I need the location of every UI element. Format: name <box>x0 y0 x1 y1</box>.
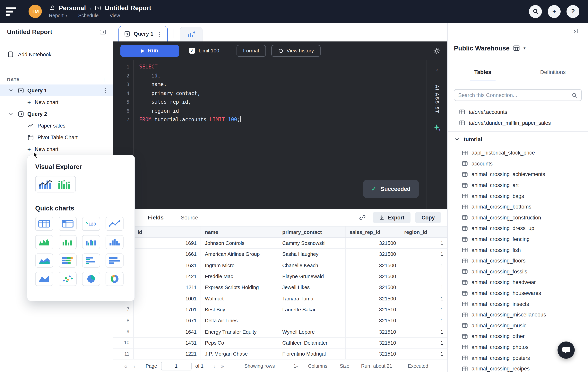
quick-chart-grouped-bar-icon[interactable] <box>82 254 100 267</box>
view-history-button[interactable]: View history <box>271 45 321 56</box>
sparkle-icon[interactable] <box>433 124 441 132</box>
sql-line[interactable]: SELECT <box>139 63 427 71</box>
gear-icon[interactable] <box>433 47 440 54</box>
quick-chart-table-icon[interactable] <box>35 217 53 231</box>
add-data-button[interactable]: + <box>102 76 106 83</box>
page-number-input[interactable] <box>161 362 191 371</box>
size-label[interactable]: Size <box>340 363 349 369</box>
avatar[interactable]: TM <box>29 5 42 18</box>
table-row[interactable]: 41421Freddie MacElayne Grunewald3215001 <box>113 271 447 282</box>
sql-line[interactable]: primary_contact, <box>139 89 427 98</box>
quick-chart-pie-icon[interactable] <box>82 272 100 286</box>
tab-fields[interactable]: Fields <box>148 214 164 221</box>
table-list-item-animal_crossing_miscellaneous[interactable]: animal_crossing_miscellaneous <box>448 309 588 320</box>
quick-chart-histogram-icon[interactable] <box>105 235 124 249</box>
search-button[interactable] <box>529 5 542 18</box>
ai-assist-label[interactable]: AI ASSIST <box>435 85 440 114</box>
table-list-item-animal_crossing_insects[interactable]: animal_crossing_insects <box>448 299 588 309</box>
sql-line[interactable]: region_id <box>139 106 427 115</box>
quick-chart-bar-icon[interactable] <box>105 254 124 267</box>
table-row[interactable]: 61001WalmartTamara Tuma3215001 <box>113 293 447 304</box>
format-button[interactable]: Format <box>237 45 266 56</box>
schema-group-tutorial[interactable]: tutorial <box>448 133 588 145</box>
tree-item-paper-sales[interactable]: Paper sales <box>0 120 113 131</box>
sql-line[interactable]: sales_rep_id, <box>139 98 427 106</box>
tree-item-query1[interactable]: Query 1 ⋮ <box>0 85 113 96</box>
tab-tables[interactable]: Tables <box>448 63 518 81</box>
sql-line[interactable]: FROM tutorial.accounts LIMIT 100; <box>139 115 427 124</box>
chevron-down-icon[interactable] <box>454 136 460 142</box>
sql-editor[interactable]: 1234567 SELECT id, name, primary_contact… <box>113 60 447 209</box>
table-list-item-animal_crossing_fish[interactable]: animal_crossing_fish <box>448 245 588 255</box>
create-new-button[interactable]: + <box>548 5 561 18</box>
table-list-item-animal_crossing_headwear[interactable]: animal_crossing_headwear <box>448 277 588 288</box>
quick-chart-area-icon[interactable] <box>35 272 53 286</box>
table-list-item-animal_crossing_recipes[interactable]: animal_crossing_recipes <box>448 363 588 372</box>
new-chart-button-query1[interactable]: + New chart <box>0 96 113 108</box>
sql-line[interactable]: name, <box>139 80 427 89</box>
table-list-item-animal_crossing_housewares[interactable]: animal_crossing_housewares <box>448 288 588 298</box>
help-button[interactable]: ? <box>567 5 579 18</box>
column-header-name[interactable]: name <box>201 226 278 237</box>
add-notebook-button[interactable]: Add Notebook <box>0 49 113 60</box>
collapse-panel-icon[interactable] <box>100 29 106 35</box>
quick-chart-sparkline-area-icon[interactable] <box>35 235 53 249</box>
chat-fab[interactable] <box>557 341 575 359</box>
quick-chart-line-icon[interactable] <box>105 217 124 231</box>
quick-chart-donut-icon[interactable] <box>105 272 124 286</box>
menu-report[interactable]: Report▾ <box>49 13 67 18</box>
table-list-item-animal_crossing_construction[interactable]: animal_crossing_construction <box>448 212 588 223</box>
table-row[interactable]: 21661American Airlines GroupSasha Haughe… <box>113 249 447 260</box>
table-list-item-animal_crossing_fossils[interactable]: animal_crossing_fossils <box>448 266 588 277</box>
copy-link-button[interactable] <box>357 212 368 223</box>
table-row[interactable]: 51211Express Scripts HoldingJewell Likes… <box>113 282 447 293</box>
tree-item-pivot-table-chart[interactable]: Pivot Table Chart <box>0 131 113 143</box>
table-list-item-animal_crossing_floors[interactable]: animal_crossing_floors <box>448 255 588 266</box>
columns-label[interactable]: Columns <box>308 363 327 369</box>
table-row[interactable]: 11691Johnson ControlsCammy Sosnowski3215… <box>113 238 447 249</box>
kebab-menu-icon[interactable]: ⋮ <box>103 87 108 94</box>
table-row[interactable]: 101431PepsiCoCathleen Delamater3215101 <box>113 337 447 349</box>
chevron-down-icon[interactable] <box>8 111 14 117</box>
export-button[interactable]: Export <box>373 212 411 223</box>
column-header-sales_rep_id[interactable]: sales_rep_id <box>346 226 400 237</box>
table-list-item-animal_crossing_other[interactable]: animal_crossing_other <box>448 331 588 342</box>
table-row[interactable]: 31631Ingram MicroChanelle Keach3215001 <box>113 260 447 271</box>
limit-checkbox[interactable]: ✓ <box>189 48 195 53</box>
chevron-left-icon[interactable]: ‹ <box>436 66 438 72</box>
first-page-button[interactable]: « <box>124 363 127 369</box>
copy-button[interactable]: Copy <box>415 212 441 223</box>
quick-chart-grouped-column-icon[interactable] <box>82 235 100 249</box>
pinned-table-item[interactable]: tutorial.accounts <box>448 106 588 117</box>
table-row[interactable]: 81671Delta Air Lines3215101 <box>113 315 447 326</box>
quick-chart-pivot-table-icon[interactable] <box>59 217 77 231</box>
results-body[interactable]: 11691Johnson ControlsCammy Sosnowski3215… <box>113 238 447 360</box>
table-row[interactable]: 91641Energy Transfer EquityWynell Lepore… <box>113 326 447 338</box>
menu-schedule[interactable]: Schedule <box>78 13 98 18</box>
quick-chart-stacked-area-icon[interactable] <box>35 254 53 267</box>
sql-line[interactable]: id, <box>139 71 427 80</box>
last-page-button[interactable]: » <box>221 363 224 369</box>
pinned-table-item[interactable]: tutorial.dunder_mifflin_paper_sales <box>448 117 588 128</box>
tab-query1[interactable]: Query 1 ⋮ <box>118 26 168 42</box>
table-list-item-animal_crossing_bags[interactable]: animal_crossing_bags <box>448 191 588 202</box>
quick-chart-column-icon[interactable] <box>59 235 77 249</box>
table-list-item-aapl_historical_stock_price[interactable]: aapl_historical_stock_price <box>448 148 588 158</box>
connection-search-input[interactable] <box>458 92 572 98</box>
quick-chart-stacked-bar-icon[interactable] <box>59 254 77 267</box>
expand-panel-icon[interactable] <box>572 29 579 36</box>
new-chart-button-query2[interactable]: + New chart <box>0 143 113 155</box>
report-title[interactable]: Untitled Report <box>105 4 151 12</box>
column-header-id[interactable]: id <box>134 226 201 237</box>
next-page-button[interactable]: › <box>214 363 215 369</box>
table-list-item-animal_crossing_music[interactable]: animal_crossing_music <box>448 320 588 331</box>
limit-checkbox-group[interactable]: ✓ Limit 100 <box>189 48 219 53</box>
prev-page-button[interactable]: ‹ <box>134 363 136 369</box>
table-list-item-animal_crossing_achievements[interactable]: animal_crossing_achievements <box>448 169 588 180</box>
connection-search[interactable] <box>454 89 582 101</box>
chevron-down-icon[interactable] <box>8 87 14 94</box>
table-list-item-accounts[interactable]: accounts <box>448 158 588 169</box>
connection-selector[interactable]: Public Warehouse ▾ <box>448 42 588 55</box>
menu-view[interactable]: View <box>109 13 120 18</box>
column-header-region_id[interactable]: region_id <box>400 226 447 237</box>
